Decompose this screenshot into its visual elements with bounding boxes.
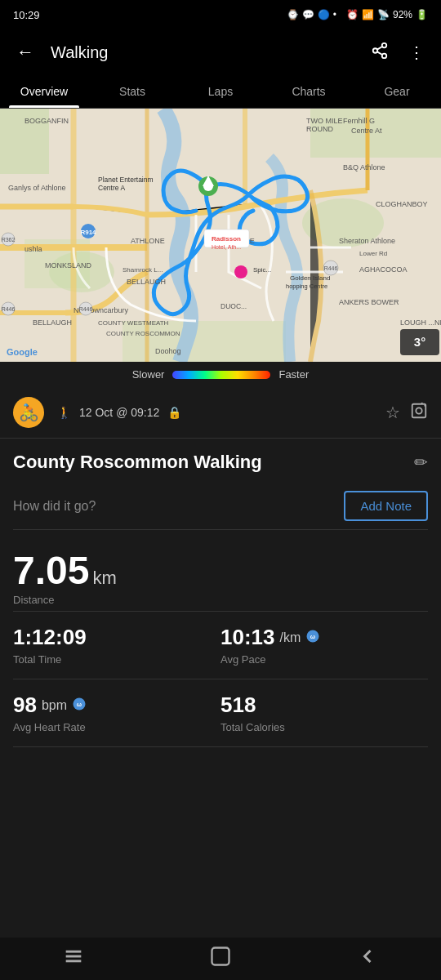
tab-gear[interactable]: Gear: [353, 75, 441, 108]
distance-value: 7.05km: [13, 551, 428, 590]
total-calories-label: Total Calories: [220, 721, 428, 733]
svg-text:Fernhill G: Fernhill G: [343, 117, 375, 125]
whatsapp-icon: 💬: [302, 9, 314, 20]
svg-text:MONKSLAND: MONKSLAND: [45, 261, 92, 270]
nav-menu-button[interactable]: [42, 938, 105, 980]
add-note-button[interactable]: Add Note: [344, 491, 428, 521]
activity-action-icons: ☆: [385, 402, 428, 424]
svg-text:LOUGH ...NN: LOUGH ...NN: [400, 318, 441, 327]
svg-point-17: [203, 181, 213, 191]
svg-text:Google: Google: [7, 347, 38, 357]
avg-pace-label: Avg Pace: [220, 653, 428, 666]
svg-text:Doohog: Doohog: [155, 347, 181, 355]
status-bar: 10:29 ⌚ 💬 🔵 • ⏰ 📶 📡 92% 🔋: [0, 0, 441, 29]
tab-stats[interactable]: Stats: [88, 75, 176, 108]
stat-distance: 7.05km Distance: [13, 540, 428, 612]
svg-text:CLOGHANBOY: CLOGHANBOY: [376, 200, 428, 208]
activity-info-bar: 🚴 🚶 12 Oct @ 09:12 🔒 ☆: [0, 387, 441, 439]
tabs-bar: Overview Stats Laps Charts Gear: [0, 75, 441, 109]
svg-text:ω: ω: [77, 701, 82, 708]
top-actions: ⋮: [364, 35, 431, 70]
svg-text:Centre At: Centre At: [351, 127, 382, 135]
svg-text:TWO MILE: TWO MILE: [306, 117, 343, 125]
svg-line-3: [377, 51, 382, 55]
svg-text:ω: ω: [310, 633, 316, 640]
speed-gradient: [172, 371, 270, 379]
faster-label: Faster: [278, 368, 309, 381]
svg-text:Planet Entertainm: Planet Entertainm: [98, 176, 154, 184]
total-time-value: 1:12:09: [13, 625, 207, 650]
svg-rect-76: [212, 947, 229, 964]
stats-section: 7.05km Distance 1:12:09 Total Time 10:13…: [13, 530, 428, 757]
nav-back-button[interactable]: [336, 938, 399, 980]
dot-icon: •: [333, 9, 336, 20]
page-title: Walking: [51, 43, 354, 62]
svg-text:Hotel, Ath...: Hotel, Ath...: [212, 244, 241, 250]
map-svg: 3° Google BOGGANFIN Fernhill G Centre At…: [0, 109, 441, 362]
svg-text:R446: R446: [79, 306, 93, 312]
add-photo-icon[interactable]: [410, 402, 428, 424]
svg-text:ATHLONE: ATHLONE: [131, 237, 165, 245]
stat-total-time: 1:12:09 Total Time: [13, 612, 220, 679]
svg-text:hopping Centre: hopping Centre: [286, 283, 327, 290]
strava-icon: ⌚: [287, 9, 299, 20]
svg-text:ushla: ushla: [24, 245, 42, 253]
svg-text:Centre A: Centre A: [98, 184, 125, 192]
slower-label: Slower: [132, 368, 165, 381]
svg-text:Lower Rd: Lower Rd: [359, 250, 387, 257]
svg-text:3°: 3°: [414, 335, 425, 349]
svg-text:Ganlys of Athlone: Ganlys of Athlone: [8, 184, 66, 192]
top-bar: ← Walking ⋮: [0, 29, 441, 75]
activity-meta: 🚶 12 Oct @ 09:12 🔒: [57, 406, 372, 419]
svg-point-66: [416, 408, 421, 413]
battery-text: 92%: [393, 9, 412, 20]
distance-label: Distance: [13, 594, 428, 606]
avg-pace-live-icon: ω: [305, 629, 320, 647]
map-container[interactable]: 3° Google BOGGANFIN Fernhill G Centre At…: [0, 109, 441, 362]
svg-text:BELLAUGH: BELLAUGH: [33, 318, 72, 327]
svg-text:Golden Island: Golden Island: [290, 274, 330, 282]
note-row: How did it go? Add Note: [13, 483, 428, 530]
svg-line-4: [377, 46, 382, 49]
total-calories-value: 518: [220, 693, 428, 718]
bottom-nav: [0, 938, 441, 980]
svg-text:ROUND: ROUND: [306, 125, 333, 133]
svg-text:Shamrock L...: Shamrock L...: [122, 266, 163, 274]
svg-text:Sheraton Athlone: Sheraton Athlone: [339, 237, 395, 245]
svg-text:BELLAUGH: BELLAUGH: [127, 278, 166, 286]
stat-total-calories: 518 Total Calories: [220, 679, 428, 747]
svg-rect-65: [412, 403, 426, 417]
stat-avg-pace: 10:13/km ω Avg Pace: [220, 612, 428, 679]
battery-icon: 🔋: [416, 9, 428, 20]
star-icon[interactable]: ☆: [385, 403, 400, 422]
svg-text:ANKERS BOWER: ANKERS BOWER: [339, 298, 399, 306]
app-icon: 🔵: [318, 9, 330, 20]
more-button[interactable]: ⋮: [402, 36, 431, 69]
activity-type-icon: 🚶: [57, 406, 71, 419]
share-button[interactable]: [364, 35, 395, 70]
svg-text:Radisson: Radisson: [212, 235, 241, 243]
tab-overview[interactable]: Overview: [0, 75, 88, 108]
activity-title: County Roscommon Walking: [13, 452, 262, 473]
back-button[interactable]: ←: [10, 35, 41, 69]
svg-text:R446: R446: [324, 265, 338, 271]
svg-text:COUNTY ROSCOMMON: COUNTY ROSCOMMON: [106, 330, 180, 337]
avg-heart-rate-value: 98bpm ω: [13, 693, 207, 718]
heart-rate-live-icon: ω: [72, 697, 87, 715]
alarm-icon: ⏰: [346, 9, 359, 20]
edit-icon[interactable]: ✏: [414, 452, 428, 472]
total-time-label: Total Time: [13, 653, 207, 666]
svg-text:COUNTY WESTMEATH: COUNTY WESTMEATH: [98, 319, 169, 327]
svg-text:DUOC...: DUOC...: [220, 302, 247, 310]
note-placeholder: How did it go?: [13, 499, 96, 514]
stat-avg-heart-rate: 98bpm ω Avg Heart Rate: [13, 679, 220, 747]
signal-icon: 📡: [377, 9, 390, 20]
svg-point-18: [234, 265, 247, 278]
lock-icon: 🔒: [167, 406, 181, 419]
nav-home-button[interactable]: [189, 938, 252, 980]
svg-text:R362: R362: [2, 237, 16, 243]
tab-charts[interactable]: Charts: [265, 75, 353, 108]
status-time: 10:29: [13, 9, 40, 21]
tab-laps[interactable]: Laps: [176, 75, 265, 108]
svg-text:R446: R446: [2, 306, 16, 312]
